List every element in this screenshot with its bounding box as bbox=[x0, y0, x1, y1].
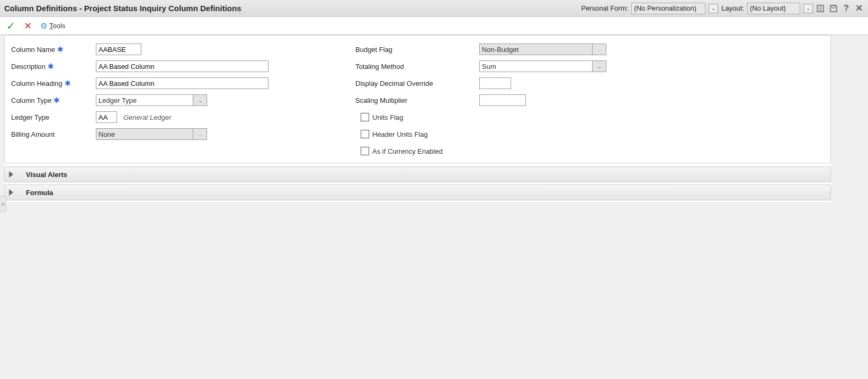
x-icon: ✕ bbox=[24, 21, 32, 31]
formula-title: Formula bbox=[16, 189, 53, 197]
layout-label: Layout: bbox=[721, 4, 744, 12]
expand-arrow-icon bbox=[9, 171, 13, 178]
budget-flag-value: Non-Budget bbox=[482, 46, 518, 54]
required-asterisk-icon: ✱ bbox=[48, 63, 54, 70]
header-units-flag-label: Header Units Flag bbox=[372, 130, 428, 138]
units-flag-checkbox[interactable] bbox=[361, 113, 369, 121]
scaling-multiplier-input[interactable] bbox=[479, 94, 526, 106]
checkmark-icon: ✓ bbox=[6, 20, 15, 32]
totaling-method-select[interactable]: Sum ⌄ bbox=[479, 60, 606, 72]
formula-accordion[interactable]: Formula bbox=[4, 184, 831, 200]
description-input[interactable] bbox=[96, 60, 269, 72]
gear-icon: ⚙ bbox=[40, 21, 47, 31]
form-action-icon-1[interactable] bbox=[816, 4, 826, 13]
as-if-currency-checkbox[interactable] bbox=[361, 147, 369, 155]
layout-select[interactable]: (No Layout) bbox=[747, 3, 800, 14]
collapse-sidebar-tab[interactable]: « bbox=[0, 196, 6, 212]
chevron-down-icon: ⌄ bbox=[193, 95, 207, 105]
tools-label: Tools bbox=[49, 22, 65, 30]
column-heading-label: Column Heading bbox=[11, 80, 62, 87]
billing-amount-select: None ⌄ bbox=[96, 128, 207, 140]
as-if-currency-label: As if Currency Enabled bbox=[372, 147, 443, 155]
chevron-down-icon: ⌄ bbox=[193, 129, 207, 139]
layout-value: (No Layout) bbox=[750, 4, 798, 12]
personal-form-dropdown-button[interactable]: ⌄ bbox=[709, 4, 718, 13]
ledger-type-input[interactable] bbox=[96, 111, 117, 123]
chevron-down-icon: ⌄ bbox=[592, 61, 606, 72]
form-right-column: Budget Flag Non-Budget ⌄ Totaling Method bbox=[355, 41, 824, 160]
chevron-down-icon: ⌄ bbox=[711, 5, 715, 11]
ok-button[interactable]: ✓ bbox=[6, 21, 15, 31]
display-decimal-label: Display Decimal Override bbox=[355, 80, 433, 87]
required-asterisk-icon: ✱ bbox=[53, 96, 60, 104]
column-type-label: Column Type bbox=[11, 96, 51, 104]
ledger-type-label: Ledger Type bbox=[11, 113, 49, 121]
header-units-flag-checkbox[interactable] bbox=[361, 130, 369, 138]
visual-alerts-title: Visual Alerts bbox=[16, 171, 67, 179]
help-icon[interactable]: ? bbox=[842, 4, 851, 13]
header-bar: Column Definitions - Project Status Inqu… bbox=[0, 0, 868, 17]
required-asterisk-icon: ✱ bbox=[65, 80, 71, 87]
chevron-down-icon: ⌄ bbox=[592, 44, 606, 55]
ledger-type-hint: General Ledger bbox=[123, 113, 171, 121]
column-heading-input[interactable] bbox=[96, 77, 269, 89]
scaling-multiplier-label: Scaling Multiplier bbox=[355, 96, 407, 104]
units-flag-label: Units Flag bbox=[372, 113, 404, 121]
required-asterisk-icon: ✱ bbox=[57, 46, 64, 53]
layout-dropdown-button[interactable]: ⌄ bbox=[803, 4, 813, 13]
billing-amount-value: None bbox=[99, 130, 115, 138]
personal-form-value: (No Personalization) bbox=[634, 4, 703, 12]
billing-amount-label: Billing Amount bbox=[11, 130, 55, 138]
close-icon[interactable]: ✕ bbox=[854, 4, 864, 13]
content-area: Column Name ✱ Description ✱ bbox=[4, 35, 831, 202]
totaling-method-label: Totaling Method bbox=[355, 63, 404, 70]
column-name-input[interactable] bbox=[96, 43, 141, 55]
display-decimal-input[interactable] bbox=[479, 77, 511, 89]
description-label: Description bbox=[11, 63, 46, 70]
chevron-left-icon: « bbox=[1, 200, 5, 208]
visual-alerts-accordion[interactable]: Visual Alerts bbox=[4, 166, 831, 182]
column-type-value: Ledger Type bbox=[99, 96, 137, 104]
budget-flag-select: Non-Budget ⌄ bbox=[479, 43, 606, 55]
column-type-select[interactable]: Ledger Type ⌄ bbox=[96, 94, 207, 106]
budget-flag-label: Budget Flag bbox=[355, 46, 392, 54]
cancel-button[interactable]: ✕ bbox=[24, 21, 32, 31]
save-icon[interactable] bbox=[829, 4, 838, 13]
totaling-method-value: Sum bbox=[482, 63, 496, 70]
personal-form-label: Personal Form: bbox=[581, 4, 628, 12]
column-name-label: Column Name bbox=[11, 46, 55, 54]
form-panel: Column Name ✱ Description ✱ bbox=[4, 35, 831, 163]
form-left-column: Column Name ✱ Description ✱ bbox=[11, 41, 350, 160]
chevron-down-icon: ⌄ bbox=[806, 5, 810, 11]
toolbar: ✓ ✕ ⚙ Tools bbox=[0, 17, 868, 35]
header-right: Personal Form: (No Personalization) ⌄ La… bbox=[581, 3, 864, 14]
tools-menu[interactable]: ⚙ Tools bbox=[40, 21, 65, 31]
personal-form-select[interactable]: (No Personalization) bbox=[631, 3, 705, 14]
expand-arrow-icon bbox=[9, 189, 13, 196]
page-title: Column Definitions - Project Status Inqu… bbox=[4, 4, 581, 13]
